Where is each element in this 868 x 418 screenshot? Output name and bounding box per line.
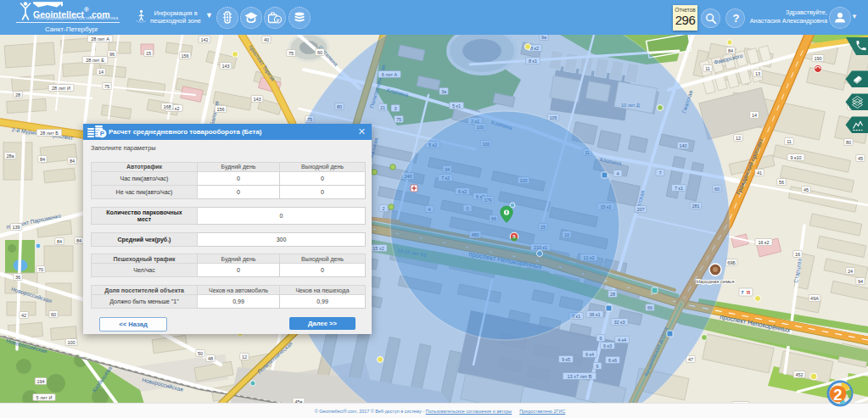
svg-text:Р: Р (100, 130, 105, 137)
